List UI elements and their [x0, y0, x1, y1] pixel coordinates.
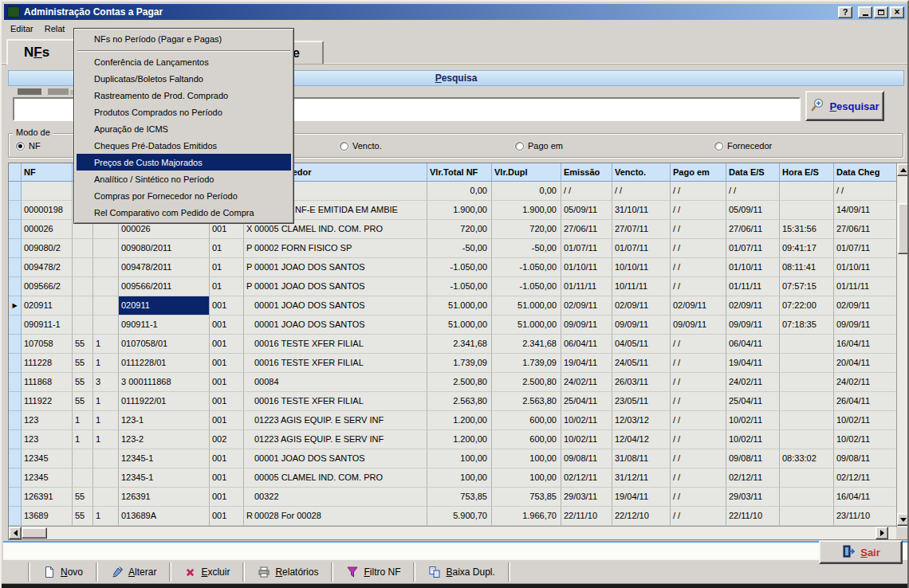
cell-total[interactable]: 1.739,09: [427, 354, 492, 373]
cell-nf[interactable]: 020911: [22, 296, 73, 316]
cell-cheg[interactable]: 09/08/11: [834, 449, 896, 468]
cell-emissao[interactable]: 22/11/10: [561, 507, 612, 526]
cell-serie[interactable]: 001: [210, 296, 244, 316]
cell-nf[interactable]: 126391: [22, 488, 73, 507]
cell-c2[interactable]: 55: [73, 335, 93, 354]
cell-doc[interactable]: 0111228/01: [119, 354, 210, 373]
cell-total[interactable]: -50,00: [427, 239, 492, 258]
cell-hes[interactable]: [780, 507, 834, 526]
cell-emissao[interactable]: 02/09/11: [561, 296, 612, 316]
cell-des[interactable]: 02/12/11: [726, 468, 780, 488]
cell-doc[interactable]: 12345-1: [119, 449, 210, 468]
cell-c2[interactable]: [73, 449, 93, 468]
cell-nf[interactable]: 111922: [22, 392, 73, 411]
cell-dupl[interactable]: 2.500,80: [492, 373, 561, 392]
cell-emissao[interactable]: 24/02/11: [561, 373, 612, 392]
cell-emissao[interactable]: 06/04/11: [561, 335, 612, 354]
menu-item-produtos-comprados-no-per-odo[interactable]: Produtos Comprados no Período: [77, 104, 291, 121]
column-header-nf[interactable]: NF: [22, 163, 73, 182]
cell-serie[interactable]: 001: [210, 449, 244, 468]
column-header-total[interactable]: Vlr.Total NF: [427, 163, 492, 182]
maximize-button[interactable]: [874, 6, 888, 18]
cell-c3[interactable]: [93, 296, 119, 316]
cell-forn[interactable]: 00084: [244, 373, 427, 392]
cell-des[interactable]: 19/04/11: [726, 354, 780, 373]
scroll-up-button[interactable]: [897, 163, 909, 176]
cell-cheg[interactable]: 20/04/11: [834, 354, 896, 373]
cell-c3[interactable]: 1: [93, 335, 119, 354]
cell-c3[interactable]: 1: [93, 392, 119, 411]
cell-cheg[interactable]: 01/07/11: [834, 239, 896, 258]
cell-serie[interactable]: 001: [210, 488, 244, 507]
cell-pago[interactable]: / /: [671, 277, 726, 296]
cell-des[interactable]: 01/10/11: [726, 258, 780, 277]
cell-forn[interactable]: R00028 For 00028: [244, 507, 427, 526]
menu-item-confer-ncia-de-lan-amentos[interactable]: Conferência de Lançamentos: [77, 54, 291, 71]
menu-item-nfs-no-per-odo-pagar-e-pagas-[interactable]: NFs no Período (Pagar e Pagas): [77, 31, 291, 47]
cell-vencto[interactable]: 09/09/11: [612, 316, 671, 335]
radio-pago-em[interactable]: Pago em: [515, 141, 563, 151]
cell-des[interactable]: 24/02/11: [726, 373, 780, 392]
cell-c3[interactable]: 1: [93, 354, 119, 373]
cell-nf[interactable]: 107058: [22, 335, 73, 354]
column-header-dupl[interactable]: Vlr.Dupl: [492, 163, 561, 182]
menu-item-compras-por-fornecedor-no-per-odo[interactable]: Compras por Fornecedor no Período: [77, 187, 291, 204]
cell-total[interactable]: 2.563,80: [427, 392, 492, 411]
close-button[interactable]: ×: [890, 6, 904, 18]
table-row[interactable]: 12311123-100101223 AGIS EQUIP. E SERV IN…: [9, 411, 896, 430]
cell-nf[interactable]: 000026: [22, 220, 73, 239]
cell-vencto[interactable]: 31/12/11: [612, 468, 671, 488]
cell-emissao[interactable]: 29/03/11: [561, 488, 612, 507]
cell-emissao[interactable]: 10/02/11: [561, 411, 612, 430]
cell-c2[interactable]: 55: [73, 354, 93, 373]
cell-doc[interactable]: 090911-1: [119, 316, 210, 335]
cell-dupl[interactable]: 51.000,00: [492, 316, 561, 335]
cell-dupl[interactable]: 600,00: [492, 430, 561, 449]
cell-pago[interactable]: / /: [671, 201, 726, 220]
cell-total[interactable]: -1.050,00: [427, 258, 492, 277]
cell-total[interactable]: 51.000,00: [427, 316, 492, 335]
cell-vencto[interactable]: 22/12/10: [612, 507, 671, 526]
cell-forn[interactable]: 00001 JOAO DOS SANTOS: [244, 296, 427, 316]
cell-cheg[interactable]: 24/02/11: [834, 373, 896, 392]
cell-cheg[interactable]: 10/02/11: [834, 430, 896, 449]
cell-c3[interactable]: [93, 258, 119, 277]
cell-dupl[interactable]: 2.341,68: [492, 335, 561, 354]
cell-emissao[interactable]: 02/12/11: [561, 468, 612, 488]
cell-serie[interactable]: 001: [210, 354, 244, 373]
cell-hes[interactable]: 07:18:35: [780, 316, 834, 335]
cell-doc[interactable]: 0107058/01: [119, 335, 210, 354]
cell-hes[interactable]: [780, 468, 834, 488]
cell-dupl[interactable]: 1.739,09: [492, 354, 561, 373]
cell-nf[interactable]: 00000198: [22, 201, 73, 220]
table-row[interactable]: 1118685533 000111868001000842.500,802.50…: [9, 373, 896, 392]
cell-vencto[interactable]: 10/10/11: [612, 258, 671, 277]
cell-pago[interactable]: 02/09/11: [671, 296, 726, 316]
cell-emissao[interactable]: 19/04/11: [561, 354, 612, 373]
cell-pago[interactable]: 09/09/11: [671, 316, 726, 335]
menu-item-apura-o-de-icms[interactable]: Apuração de ICMS: [77, 121, 291, 138]
cell-des[interactable]: 27/06/11: [726, 220, 780, 239]
cell-des[interactable]: 09/09/11: [726, 316, 780, 335]
cell-dupl[interactable]: 100,00: [492, 449, 561, 468]
relat-rios-button[interactable]: Relatórios: [247, 562, 329, 582]
cell-emissao[interactable]: 27/06/11: [561, 220, 612, 239]
cell-vencto[interactable]: 12/04/12: [612, 430, 671, 449]
cell-pago[interactable]: / /: [671, 468, 726, 488]
cell-nf[interactable]: 12345: [22, 449, 73, 468]
cell-c2[interactable]: [73, 239, 93, 258]
table-row[interactable]: 1234512345-100100001 JOAO DOS SANTOS100,…: [9, 449, 896, 468]
minimize-button[interactable]: [858, 6, 872, 18]
menu-item-rel-comparativo-com-pedido-de-compra[interactable]: Rel Comparativo com Pedido de Compra: [77, 204, 291, 221]
cell-forn[interactable]: P00001 JOAO DOS SANTOS: [244, 258, 427, 277]
scroll-down-button[interactable]: [897, 513, 909, 526]
cell-total[interactable]: 5.900,70: [427, 507, 492, 526]
cell-forn[interactable]: 01223 AGIS EQUIP. E SERV INF: [244, 430, 427, 449]
cell-c2[interactable]: 55: [73, 507, 93, 526]
table-row[interactable]: ▶02091102091100100001 JOAO DOS SANTOS51.…: [9, 296, 896, 316]
cell-doc[interactable]: 020911: [119, 296, 210, 316]
cell-forn[interactable]: 00001 JOAO DOS SANTOS: [244, 316, 427, 335]
cell-dupl[interactable]: -1.050,00: [492, 258, 561, 277]
cell-forn[interactable]: P00001 JOAO DOS SANTOS: [244, 277, 427, 296]
exit-button[interactable]: Sair: [819, 540, 903, 564]
